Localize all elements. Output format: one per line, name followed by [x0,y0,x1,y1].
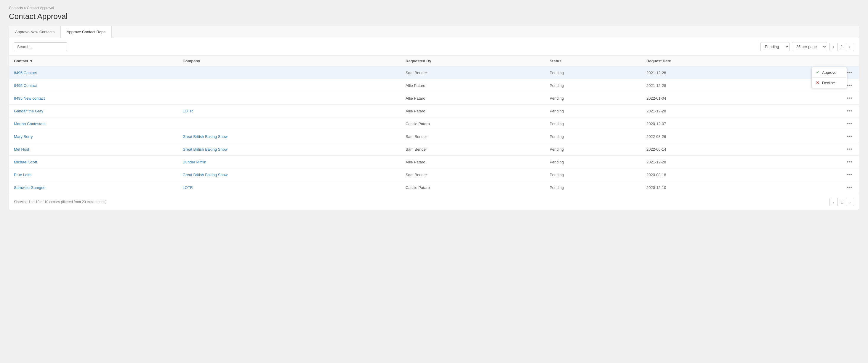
pagination-bottom: ‹ 1 › [830,198,854,206]
contact-link[interactable]: 8495 New contact [14,96,45,101]
cell-company: Dunder Mifflin [178,156,401,168]
table-row: 8495 ContactSam BenderPending2021-12-28✓… [9,66,859,79]
cell-requested-by: Cassie Pataro [401,181,545,194]
company-link[interactable]: LOTR [183,109,193,113]
table-row: Mel HostGreat British Baking ShowSam Ben… [9,143,859,156]
cell-status: Pending [545,105,642,117]
prev-page-button-top[interactable]: ‹ [830,43,838,51]
table-row: Prue LeithGreat British Baking ShowSam B… [9,168,859,181]
cell-date: 2020-08-18 [642,168,781,181]
sort-arrow-contact: ▼ [29,59,33,63]
cell-requested-by: Cassie Pataro [401,117,545,130]
cell-actions: ✓Approve✕Decline••• [781,66,859,79]
per-page-select[interactable]: 25 per page 50 per page 100 per page [792,42,827,51]
cell-requested-by: Allie Pataro [401,79,545,92]
cell-date: 2020-12-07 [642,117,781,130]
status-select[interactable]: Pending Approved Declined [761,42,789,51]
table-row: Gandalf the GrayLOTRAllie PataroPending2… [9,105,859,117]
cell-status: Pending [545,168,642,181]
cell-status: Pending [545,79,642,92]
company-link[interactable]: Great British Baking Show [183,147,227,151]
tab-approve-contact-reps[interactable]: Approve Contact Reps [61,26,112,38]
page-wrapper: Contacts » Contact Approval Contact Appr… [0,0,868,216]
actions-menu-button[interactable]: ••• [845,133,854,140]
actions-menu-button[interactable]: ••• [845,120,854,127]
cell-status: Pending [545,181,642,194]
prev-page-button-bottom[interactable]: ‹ [830,198,838,206]
cell-actions: ••• [781,92,859,105]
cell-status: Pending [545,117,642,130]
approve-action[interactable]: ✓Approve [812,67,847,78]
breadcrumb-separator: » [24,6,26,10]
cell-date: 2022-08-26 [642,130,781,143]
cell-actions: ••• [781,156,859,168]
table-row: Mary BerryGreat British Baking ShowSam B… [9,130,859,143]
contact-link[interactable]: 8495 Contact [14,71,37,75]
cell-requested-by: Sam Bender [401,168,545,181]
cell-contact: Gandalf the Gray [9,105,178,117]
actions-menu-button[interactable]: ••• [845,108,854,114]
breadcrumb-current: Contact Approval [27,6,54,10]
table-row: 8495 ContactAllie PataroPending2021-12-2… [9,79,859,92]
column-request-date: Request Date [642,56,781,66]
next-page-button-bottom[interactable]: › [846,198,854,206]
contact-link[interactable]: Gandalf the Gray [14,109,43,113]
contact-link[interactable]: Martha Contestant [14,121,45,126]
cell-company [178,79,401,92]
table-controls: Pending Approved Declined 25 per page 50… [9,38,859,55]
cell-company [178,66,401,79]
tab-approve-new-contacts[interactable]: Approve New Contacts [9,26,61,38]
decline-label: Decline [822,81,835,85]
page-number-top: 1 [840,45,844,49]
cell-company: LOTR [178,105,401,117]
actions-menu-button[interactable]: ••• [845,146,854,152]
search-input[interactable] [14,43,67,51]
column-contact[interactable]: Contact ▼ [9,56,178,66]
contacts-table: Contact ▼ Company Requested By Status Re… [9,55,859,194]
cell-actions: ••• [781,105,859,117]
company-link[interactable]: Great British Baking Show [183,173,227,177]
contact-link[interactable]: Prue Leith [14,173,31,177]
cell-contact: Mary Berry [9,130,178,143]
column-company: Company [178,56,401,66]
next-page-button-top[interactable]: › [846,43,854,51]
column-status: Status [545,56,642,66]
cell-actions: ••• [781,181,859,194]
cell-company [178,117,401,130]
actions-menu-button[interactable]: ••• [845,95,854,102]
breadcrumb-contacts[interactable]: Contacts [9,6,23,10]
table-row: Martha ContestantCassie PataroPending202… [9,117,859,130]
table-row: 8495 New contactAllie PataroPending2022-… [9,92,859,105]
decline-icon: ✕ [816,80,820,85]
actions-menu-button[interactable]: ••• [845,184,854,191]
contact-link[interactable]: Samwise Gamgee [14,185,45,190]
cell-company [178,92,401,105]
cell-date: 2022-06-14 [642,143,781,156]
actions-menu-button[interactable]: ••• [845,171,854,178]
table-row: Michael ScottDunder MifflinAllie PataroP… [9,156,859,168]
cell-contact: 8495 Contact [9,79,178,92]
cell-date: 2021-12-28 [642,66,781,79]
decline-action[interactable]: ✕Decline [812,78,847,88]
cell-status: Pending [545,130,642,143]
approve-label: Approve [822,70,836,75]
main-card: Approve New Contacts Approve Contact Rep… [9,26,859,210]
contact-link[interactable]: 8495 Contact [14,83,37,88]
cell-company: LOTR [178,181,401,194]
contact-link[interactable]: Michael Scott [14,160,37,164]
contact-link[interactable]: Mel Host [14,147,29,151]
tabs: Approve New Contacts Approve Contact Rep… [9,26,859,38]
actions-menu-button[interactable]: ••• [845,159,854,165]
company-link[interactable]: Great British Baking Show [183,134,227,139]
cell-contact: 8495 New contact [9,92,178,105]
cell-contact: Martha Contestant [9,117,178,130]
contact-link[interactable]: Mary Berry [14,134,33,139]
cell-contact: Mel Host [9,143,178,156]
cell-requested-by: Sam Bender [401,143,545,156]
cell-requested-by: Allie Pataro [401,156,545,168]
cell-actions: ••• [781,130,859,143]
cell-company: Great British Baking Show [178,168,401,181]
company-link[interactable]: LOTR [183,185,193,190]
cell-status: Pending [545,92,642,105]
company-link[interactable]: Dunder Mifflin [183,160,206,164]
